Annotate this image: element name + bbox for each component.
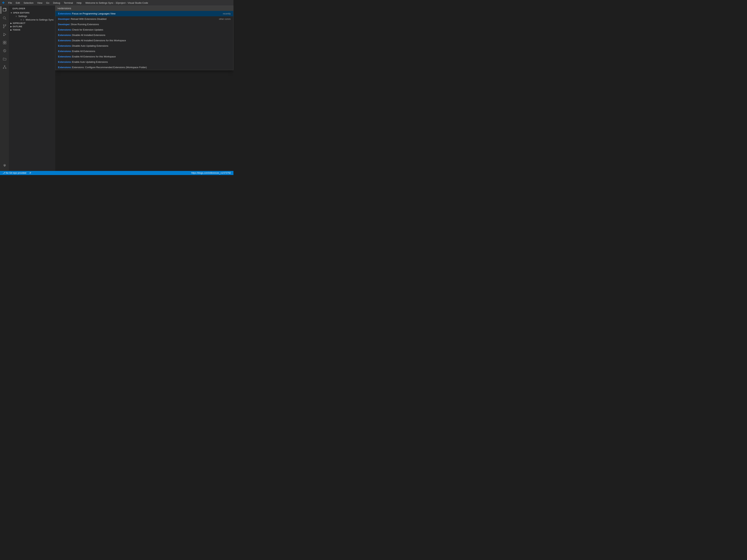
command-result-3[interactable]: Extensions: Check for Extension Updates <box>55 27 233 32</box>
activity-tree[interactable] <box>1 63 8 71</box>
command-result-1[interactable]: Developer: Reload With Extensions Disabl… <box>55 16 233 22</box>
command-category-9: Extensions: <box>58 60 72 63</box>
activity-folder[interactable] <box>1 55 8 62</box>
menu-view[interactable]: View <box>35 1 44 5</box>
command-hint-0: recently <box>223 12 231 15</box>
sidebar-item-settings[interactable]: ≡ Settings <box>9 15 55 18</box>
editor-area: ≡ Settings ✕ ≡ Welcome to Settings Sync … <box>55 5 233 171</box>
32project-label: 32PROJECT <box>13 22 26 24</box>
command-result-label-3: Extensions: Check for Extension Updates <box>58 28 103 31</box>
command-result-9[interactable]: Extensions: Enable Auto Updating Extensi… <box>55 59 233 64</box>
command-result-label-6: Extensions: Disable Auto Updating Extens… <box>58 45 108 47</box>
command-palette[interactable]: Extensions: Focus on Programming Languag… <box>55 5 233 70</box>
svg-point-3 <box>3 27 4 28</box>
svg-point-2 <box>3 25 4 26</box>
command-text-6: Disable Auto Updating Extensions <box>72 45 108 47</box>
chevron-right-icon-2: ▶ <box>10 26 12 28</box>
svg-point-17 <box>5 68 6 69</box>
activity-run[interactable] <box>1 31 8 38</box>
activity-settings-gear[interactable] <box>1 162 8 169</box>
command-result-10[interactable]: Extensions: Extensions: Configure Recomm… <box>55 64 233 70</box>
command-result-4[interactable]: Extensions: Disable All Installed Extens… <box>55 32 233 38</box>
menu-file[interactable]: File <box>6 1 14 5</box>
main-layout: ❐ <box>0 5 233 171</box>
command-result-label-4: Extensions: Disable All Installed Extens… <box>58 34 105 36</box>
file-list-icon-2: ≡ <box>23 19 24 21</box>
menu-go[interactable]: Go <box>44 1 51 5</box>
command-results-list: Extensions: Focus on Programming Languag… <box>55 11 233 70</box>
file-list-icon: ≡ <box>16 15 17 18</box>
command-category-6: Extensions: <box>58 45 72 47</box>
menu-debug[interactable]: Debug <box>51 1 62 5</box>
command-category-2: Developer: <box>58 23 70 26</box>
status-bar: ⎇ No Git repo provided ↺ https://blogs.c… <box>0 171 233 175</box>
svg-rect-12 <box>5 43 6 44</box>
activity-remote[interactable] <box>1 47 8 54</box>
chevron-down-icon: ▼ <box>10 12 12 14</box>
vscode-logo-icon: ❖ <box>2 1 5 5</box>
sidebar-section-todos[interactable]: ▶ TODOS <box>9 28 55 31</box>
command-result-label-2: Developer: Show Running Extensions <box>58 23 99 26</box>
status-url: https://blogs.com/references_v1/373792 <box>191 172 232 174</box>
command-input-row <box>55 6 233 11</box>
command-category-10: Extensions: <box>58 66 72 69</box>
activity-bar: ❐ <box>0 5 9 171</box>
command-category-1: Developer: <box>58 18 70 20</box>
welcome-sync-label: Welcome to Settings Sync <box>26 18 54 21</box>
svg-point-4 <box>5 25 6 26</box>
status-left: ⎇ No Git repo provided ↺ <box>2 172 32 174</box>
activity-explorer[interactable]: ❐ <box>1 6 8 14</box>
command-result-label-5: Extensions: Disable All Installed Extens… <box>58 39 126 42</box>
menu-selection[interactable]: Selection <box>22 1 35 5</box>
command-text-7: Enable All Extensions <box>72 50 95 53</box>
activity-source-control[interactable] <box>1 23 8 30</box>
command-text-9: Enable Auto Updating Extensions <box>72 60 108 63</box>
settings-file-label: Settings <box>18 15 27 18</box>
svg-point-15 <box>4 65 5 66</box>
command-result-6[interactable]: Extensions: Disable Auto Updating Extens… <box>55 43 233 49</box>
command-result-label-8: Extensions: Enable All Extensions for th… <box>58 55 116 58</box>
sidebar-section-32project[interactable]: ▶ 32PROJECT <box>9 22 55 25</box>
sidebar: Explorer ▼ Open Editors ≡ Settings ✕ ≡ W… <box>9 5 55 171</box>
todos-label: TODOS <box>13 29 20 31</box>
svg-rect-11 <box>3 43 4 44</box>
command-result-2[interactable]: Developer: Show Running Extensions <box>55 22 233 27</box>
svg-point-0 <box>3 17 5 19</box>
command-result-label-9: Extensions: Enable Auto Updating Extensi… <box>58 60 108 63</box>
svg-rect-10 <box>5 41 6 43</box>
sync-icon: ↺ <box>29 172 31 174</box>
menu-bar: File Edit Selection View Go Debug Termin… <box>6 1 83 5</box>
outline-label: Outline <box>13 25 22 28</box>
status-git[interactable]: ⎇ No Git repo provided <box>2 172 27 174</box>
command-result-label-1: Developer: Reload With Extensions Disabl… <box>58 18 106 20</box>
command-result-5[interactable]: Extensions: Disable All Installed Extens… <box>55 38 233 43</box>
command-result-0[interactable]: Extensions: Focus on Programming Languag… <box>55 11 233 16</box>
chevron-right-icon: ▶ <box>10 22 12 24</box>
command-result-label-7: Extensions: Enable All Extensions <box>58 50 95 53</box>
sidebar-item-welcome-sync[interactable]: ✕ ≡ Welcome to Settings Sync <box>9 18 55 22</box>
sidebar-section-outline[interactable]: ▶ Outline <box>9 25 55 28</box>
command-result-7[interactable]: Extensions: Enable All Extensions <box>55 49 233 54</box>
git-label: No Git repo provided <box>6 172 26 174</box>
command-text-2: Show Running Extensions <box>71 23 99 26</box>
svg-line-18 <box>3 66 5 68</box>
command-text-4: Disable All Installed Extensions <box>72 34 105 36</box>
command-text-1: Reload With Extensions Disabled <box>71 18 106 20</box>
command-category-5: Extensions: <box>58 39 72 42</box>
command-text-5: Disable All Installed Extensions for thi… <box>72 39 126 42</box>
activity-extensions[interactable] <box>1 39 8 46</box>
close-icon[interactable]: ✕ <box>20 19 22 21</box>
command-result-8[interactable]: Extensions: Enable All Extensions for th… <box>55 54 233 59</box>
menu-help[interactable]: Help <box>75 1 83 5</box>
status-sync-icon[interactable]: ↺ <box>28 172 32 174</box>
activity-search[interactable] <box>1 15 8 22</box>
menu-terminal[interactable]: Terminal <box>62 1 75 5</box>
command-result-label-0: Extensions: Focus on Programming Languag… <box>58 12 115 15</box>
svg-line-1 <box>5 19 6 20</box>
svg-rect-9 <box>3 41 4 43</box>
command-category-3: Extensions: <box>58 28 72 31</box>
sidebar-section-open-editors[interactable]: ▼ Open Editors <box>9 11 55 15</box>
command-palette-input[interactable] <box>57 7 231 10</box>
sidebar-header: Explorer <box>9 5 55 11</box>
menu-edit[interactable]: Edit <box>14 1 22 5</box>
